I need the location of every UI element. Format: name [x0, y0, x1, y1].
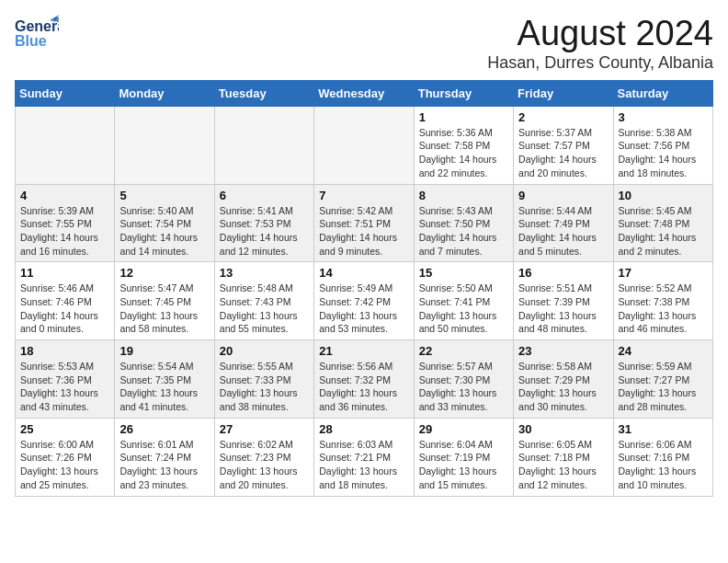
- col-thursday: Thursday: [414, 80, 513, 106]
- day-info: Sunrise: 6:06 AM Sunset: 7:16 PM Dayligh…: [619, 438, 708, 492]
- day-info: Sunrise: 5:54 AM Sunset: 7:35 PM Dayligh…: [119, 360, 209, 414]
- day-info: Sunrise: 5:50 AM Sunset: 7:41 PM Dayligh…: [419, 282, 508, 336]
- calendar-week-row: 11Sunrise: 5:46 AM Sunset: 7:46 PM Dayli…: [16, 262, 713, 340]
- day-number: 28: [319, 422, 408, 436]
- day-info: Sunrise: 6:04 AM Sunset: 7:19 PM Dayligh…: [419, 438, 508, 492]
- day-info: Sunrise: 5:39 AM Sunset: 7:55 PM Dayligh…: [20, 204, 109, 259]
- day-number: 16: [518, 266, 608, 280]
- day-info: Sunrise: 5:41 AM Sunset: 7:53 PM Dayligh…: [220, 204, 309, 259]
- table-row: 20Sunrise: 5:55 AM Sunset: 7:33 PM Dayli…: [214, 340, 313, 419]
- table-row: 10Sunrise: 5:45 AM Sunset: 7:48 PM Dayli…: [613, 184, 712, 262]
- day-info: Sunrise: 5:43 AM Sunset: 7:50 PM Dayligh…: [419, 204, 508, 259]
- day-number: 31: [619, 422, 708, 436]
- page-header: General Blue August 2024 Hasan, Durres C…: [15, 15, 713, 73]
- calendar-week-row: 4Sunrise: 5:39 AM Sunset: 7:55 PM Daylig…: [16, 184, 713, 262]
- day-number: 12: [119, 266, 209, 280]
- table-row: 18Sunrise: 5:53 AM Sunset: 7:36 PM Dayli…: [16, 340, 115, 419]
- table-row: 13Sunrise: 5:48 AM Sunset: 7:43 PM Dayli…: [214, 262, 313, 340]
- table-row: [115, 106, 214, 184]
- table-row: 9Sunrise: 5:44 AM Sunset: 7:49 PM Daylig…: [514, 184, 613, 262]
- day-info: Sunrise: 5:37 AM Sunset: 7:57 PM Dayligh…: [518, 126, 608, 180]
- day-info: Sunrise: 6:00 AM Sunset: 7:26 PM Dayligh…: [20, 438, 109, 492]
- day-number: 23: [518, 344, 608, 358]
- day-info: Sunrise: 5:49 AM Sunset: 7:42 PM Dayligh…: [319, 282, 408, 336]
- table-row: 24Sunrise: 5:59 AM Sunset: 7:27 PM Dayli…: [613, 340, 712, 419]
- day-number: 21: [319, 344, 408, 358]
- day-info: Sunrise: 5:36 AM Sunset: 7:58 PM Dayligh…: [419, 126, 508, 180]
- day-number: 5: [119, 189, 209, 202]
- table-row: 14Sunrise: 5:49 AM Sunset: 7:42 PM Dayli…: [314, 262, 414, 340]
- col-wednesday: Wednesday: [314, 80, 414, 106]
- col-friday: Friday: [514, 80, 613, 106]
- day-info: Sunrise: 5:45 AM Sunset: 7:48 PM Dayligh…: [619, 204, 708, 259]
- day-info: Sunrise: 6:01 AM Sunset: 7:24 PM Dayligh…: [119, 438, 209, 492]
- day-info: Sunrise: 5:42 AM Sunset: 7:51 PM Dayligh…: [319, 204, 408, 259]
- svg-text:Blue: Blue: [15, 33, 47, 49]
- table-row: 22Sunrise: 5:57 AM Sunset: 7:30 PM Dayli…: [414, 340, 513, 419]
- table-row: 3Sunrise: 5:38 AM Sunset: 7:56 PM Daylig…: [613, 106, 712, 184]
- table-row: [16, 106, 115, 184]
- table-row: 8Sunrise: 5:43 AM Sunset: 7:50 PM Daylig…: [414, 184, 513, 262]
- day-number: 18: [20, 344, 109, 358]
- day-number: 2: [518, 110, 608, 124]
- day-number: 10: [619, 189, 708, 202]
- day-number: 13: [220, 266, 309, 280]
- table-row: 5Sunrise: 5:40 AM Sunset: 7:54 PM Daylig…: [115, 184, 214, 262]
- day-info: Sunrise: 5:57 AM Sunset: 7:30 PM Dayligh…: [419, 360, 508, 414]
- day-number: 30: [518, 422, 608, 436]
- day-info: Sunrise: 6:02 AM Sunset: 7:23 PM Dayligh…: [220, 438, 309, 492]
- day-number: 4: [20, 189, 109, 202]
- table-row: 2Sunrise: 5:37 AM Sunset: 7:57 PM Daylig…: [514, 106, 613, 184]
- table-row: 1Sunrise: 5:36 AM Sunset: 7:58 PM Daylig…: [414, 106, 513, 184]
- day-info: Sunrise: 5:46 AM Sunset: 7:46 PM Dayligh…: [20, 282, 109, 336]
- day-number: 9: [518, 189, 608, 202]
- table-row: 28Sunrise: 6:03 AM Sunset: 7:21 PM Dayli…: [314, 418, 414, 496]
- table-row: 31Sunrise: 6:06 AM Sunset: 7:16 PM Dayli…: [613, 418, 712, 496]
- table-row: 4Sunrise: 5:39 AM Sunset: 7:55 PM Daylig…: [16, 184, 115, 262]
- day-info: Sunrise: 5:44 AM Sunset: 7:49 PM Dayligh…: [518, 204, 608, 259]
- logo-icon: General Blue: [15, 15, 59, 50]
- calendar-week-row: 25Sunrise: 6:00 AM Sunset: 7:26 PM Dayli…: [16, 418, 713, 496]
- day-number: 20: [220, 344, 309, 358]
- day-number: 29: [419, 422, 508, 436]
- day-number: 14: [319, 266, 408, 280]
- table-row: 21Sunrise: 5:56 AM Sunset: 7:32 PM Dayli…: [314, 340, 414, 419]
- col-monday: Monday: [115, 80, 214, 106]
- day-number: 7: [319, 189, 408, 202]
- day-info: Sunrise: 5:47 AM Sunset: 7:45 PM Dayligh…: [119, 282, 209, 336]
- day-number: 24: [619, 344, 708, 358]
- day-info: Sunrise: 5:38 AM Sunset: 7:56 PM Dayligh…: [619, 126, 708, 180]
- day-number: 1: [419, 110, 508, 124]
- day-number: 11: [20, 266, 109, 280]
- calendar-week-row: 1Sunrise: 5:36 AM Sunset: 7:58 PM Daylig…: [16, 106, 713, 184]
- col-saturday: Saturday: [613, 80, 712, 106]
- table-row: 17Sunrise: 5:52 AM Sunset: 7:38 PM Dayli…: [613, 262, 712, 340]
- table-row: 12Sunrise: 5:47 AM Sunset: 7:45 PM Dayli…: [115, 262, 214, 340]
- table-row: 11Sunrise: 5:46 AM Sunset: 7:46 PM Dayli…: [16, 262, 115, 340]
- table-row: 7Sunrise: 5:42 AM Sunset: 7:51 PM Daylig…: [314, 184, 414, 262]
- day-info: Sunrise: 5:52 AM Sunset: 7:38 PM Dayligh…: [619, 282, 708, 336]
- table-row: [314, 106, 414, 184]
- day-number: 3: [619, 110, 708, 124]
- calendar-week-row: 18Sunrise: 5:53 AM Sunset: 7:36 PM Dayli…: [16, 340, 713, 419]
- table-row: [214, 106, 313, 184]
- logo: General Blue: [15, 15, 59, 50]
- table-row: 29Sunrise: 6:04 AM Sunset: 7:19 PM Dayli…: [414, 418, 513, 496]
- day-info: Sunrise: 5:51 AM Sunset: 7:39 PM Dayligh…: [518, 282, 608, 336]
- table-row: 23Sunrise: 5:58 AM Sunset: 7:29 PM Dayli…: [514, 340, 613, 419]
- calendar-table: Sunday Monday Tuesday Wednesday Thursday…: [15, 80, 713, 497]
- table-row: 26Sunrise: 6:01 AM Sunset: 7:24 PM Dayli…: [115, 418, 214, 496]
- col-sunday: Sunday: [16, 80, 115, 106]
- day-number: 17: [619, 266, 708, 280]
- day-info: Sunrise: 5:55 AM Sunset: 7:33 PM Dayligh…: [220, 360, 309, 414]
- page-subtitle: Hasan, Durres County, Albania: [487, 53, 713, 73]
- table-row: 19Sunrise: 5:54 AM Sunset: 7:35 PM Dayli…: [115, 340, 214, 419]
- table-row: 16Sunrise: 5:51 AM Sunset: 7:39 PM Dayli…: [514, 262, 613, 340]
- day-info: Sunrise: 5:40 AM Sunset: 7:54 PM Dayligh…: [119, 204, 209, 259]
- day-number: 22: [419, 344, 508, 358]
- col-tuesday: Tuesday: [214, 80, 313, 106]
- day-number: 8: [419, 189, 508, 202]
- day-info: Sunrise: 6:03 AM Sunset: 7:21 PM Dayligh…: [319, 438, 408, 492]
- day-info: Sunrise: 6:05 AM Sunset: 7:18 PM Dayligh…: [518, 438, 608, 492]
- page-title: August 2024: [487, 15, 713, 53]
